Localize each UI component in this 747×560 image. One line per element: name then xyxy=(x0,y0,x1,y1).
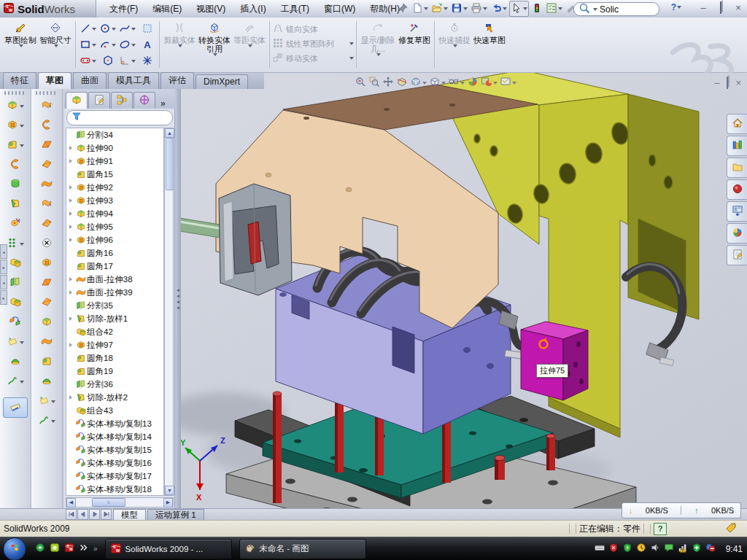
tab-DimXpert[interactable]: DimXpert xyxy=(196,74,248,89)
sketch-button[interactable]: 草图绘制 xyxy=(3,20,38,69)
collapse-button[interactable]: ▸ xyxy=(0,290,7,305)
fillet-tool-button[interactable] xyxy=(31,352,62,372)
tray-shield-plus-icon[interactable] xyxy=(692,542,702,555)
close-button[interactable]: × xyxy=(732,3,744,14)
menu-item[interactable]: 窗口(W) xyxy=(317,1,363,18)
tray-shield-green-icon[interactable] xyxy=(622,542,632,555)
line-tool-button[interactable] xyxy=(78,21,98,37)
restore-button[interactable] xyxy=(715,3,727,14)
tree-item[interactable]: 实体-移动/复制16 xyxy=(66,456,163,470)
doc-restore-button[interactable] xyxy=(727,77,728,88)
ruler-tool-button-pressed[interactable] xyxy=(3,397,28,418)
scene-view-button[interactable] xyxy=(481,76,498,90)
open-button[interactable] xyxy=(430,1,449,16)
greencyl-tool-button[interactable] xyxy=(0,175,31,195)
xball-tool-button[interactable] xyxy=(31,234,62,254)
mirror-entities-button[interactable]: 镜向实体 xyxy=(272,23,354,36)
taskpane-resources-tab[interactable] xyxy=(727,114,747,134)
display-delete-relations-button[interactable]: 显示/删除几... xyxy=(359,20,397,69)
propertymanager-tab[interactable] xyxy=(88,92,110,109)
orangewedge-tool-button[interactable] xyxy=(31,214,62,234)
tree-item[interactable]: 拉伸95 xyxy=(66,220,163,233)
tree-vertical-scrollbar[interactable]: ▲ ▼ xyxy=(164,128,174,496)
taskpane-file-explorer-tab[interactable] xyxy=(727,158,747,178)
taskpane-appearances-tab[interactable] xyxy=(727,223,747,244)
doc-tab-1[interactable]: 模型 xyxy=(113,509,146,521)
toolbar-grip[interactable] xyxy=(4,91,26,95)
tray-speaker-icon[interactable] xyxy=(650,542,660,555)
tray-green-msg-icon[interactable] xyxy=(664,542,674,555)
cubeYG-tool-button[interactable] xyxy=(31,313,62,332)
collapse-button[interactable]: ◂ xyxy=(0,275,7,289)
orangeC-tool-button[interactable] xyxy=(0,155,31,175)
dome-tool-button[interactable] xyxy=(31,372,62,392)
rect-tool-button[interactable] xyxy=(78,37,98,53)
smart-dimension-button[interactable]: 智能尺寸 xyxy=(38,20,73,69)
taskpane-custom-properties-tab[interactable] xyxy=(727,245,747,265)
circle-tool-button[interactable] xyxy=(98,21,117,37)
zoomfit-view-button[interactable] xyxy=(355,76,366,90)
expander-icon[interactable] xyxy=(66,290,74,295)
menu-item[interactable]: 插入(I) xyxy=(233,1,273,18)
tree-item[interactable]: 分割34 xyxy=(66,128,163,141)
movecopy-tool-button[interactable] xyxy=(0,313,31,332)
tray-stop-blue-icon[interactable] xyxy=(705,542,716,555)
quicklaunch-chevr2-icon[interactable] xyxy=(79,542,89,555)
hideshow-view-button[interactable] xyxy=(448,76,465,90)
panel-tabs-overflow[interactable]: » xyxy=(160,98,166,109)
cubeYO-tool-button[interactable] xyxy=(31,254,62,273)
move-entities-button[interactable]: 移动实体 xyxy=(272,52,354,65)
star-tool-button[interactable] xyxy=(31,392,62,411)
tree-item[interactable]: 实体-移动/复制17 xyxy=(66,470,163,483)
tree-item[interactable]: 拉伸92 xyxy=(66,181,163,194)
graphics-viewport[interactable]: Y Z X – × 拉伸75 xyxy=(181,73,747,508)
taskpane-view-palette-tab[interactable] xyxy=(727,201,747,222)
convert-entities-button[interactable]: 转换实体引用 xyxy=(197,20,232,69)
dome-tool-button[interactable] xyxy=(0,352,31,372)
ellipse-tool-button[interactable] xyxy=(117,37,137,53)
tree-item[interactable]: 拉伸94 xyxy=(66,207,163,220)
polygon-tool-button[interactable] xyxy=(98,53,117,69)
orient-view-button[interactable] xyxy=(429,76,446,90)
tree-item[interactable]: 拉伸91 xyxy=(66,155,163,168)
tag-icon[interactable] xyxy=(725,522,737,536)
tree-item[interactable]: 拉伸96 xyxy=(66,233,163,246)
surface-tool-button[interactable] xyxy=(31,175,62,195)
scroll-up-button[interactable]: ▲ xyxy=(165,128,174,138)
filletarc-tool-button[interactable] xyxy=(117,53,137,69)
tree-item[interactable]: 组合42 xyxy=(66,325,163,338)
tray-shield-red-icon[interactable] xyxy=(608,542,619,555)
pan-view-button[interactable] xyxy=(382,76,394,90)
expander-icon[interactable] xyxy=(66,225,74,229)
repair-sketch-button[interactable]: 修复草图 xyxy=(397,20,432,69)
splineG-tool-button[interactable] xyxy=(0,372,31,392)
quick-snaps-button[interactable]: 快速捕捉 xyxy=(437,20,472,69)
tree-item[interactable]: 实体-移动/复制14 xyxy=(66,430,163,443)
dispstyle-view-button[interactable] xyxy=(410,76,427,90)
orangefold-tool-button[interactable] xyxy=(31,273,62,293)
menu-item[interactable]: 编辑(E) xyxy=(145,1,189,18)
save-button[interactable] xyxy=(450,1,468,16)
expander-icon[interactable] xyxy=(66,343,74,347)
star-tool-button[interactable] xyxy=(0,332,31,352)
spline-tool-button[interactable] xyxy=(117,21,137,37)
rapid-sketch-button[interactable]: 快速草图 xyxy=(472,20,507,69)
expander-icon[interactable] xyxy=(66,159,74,163)
expander-icon[interactable] xyxy=(66,198,74,203)
quick-tips-button[interactable]: ? xyxy=(654,523,667,535)
viewset-view-button[interactable] xyxy=(500,76,516,90)
panel-splitter[interactable]: ◂◂◂◂ xyxy=(175,89,181,508)
tree-item[interactable]: 圆角16 xyxy=(66,246,163,260)
collapse-button[interactable]: ◂ xyxy=(0,244,7,259)
scroll-down-button[interactable]: ▼ xyxy=(165,486,174,495)
textA-tool-button[interactable]: A xyxy=(137,37,157,53)
tree-item[interactable]: 组合43 xyxy=(66,404,163,417)
tree-item[interactable]: 实体-移动/复制13 xyxy=(66,417,163,430)
scroll-thumb[interactable]: ≡ xyxy=(92,498,125,507)
listopt-button[interactable] xyxy=(545,1,563,16)
doc-close-button[interactable]: × xyxy=(735,77,741,88)
surface-tool-button[interactable] xyxy=(31,332,62,352)
taskpane-toolbox-tab[interactable] xyxy=(727,179,747,200)
tree-item[interactable]: 拉伸97 xyxy=(66,338,163,351)
tree-item[interactable]: 分割35 xyxy=(66,299,163,312)
